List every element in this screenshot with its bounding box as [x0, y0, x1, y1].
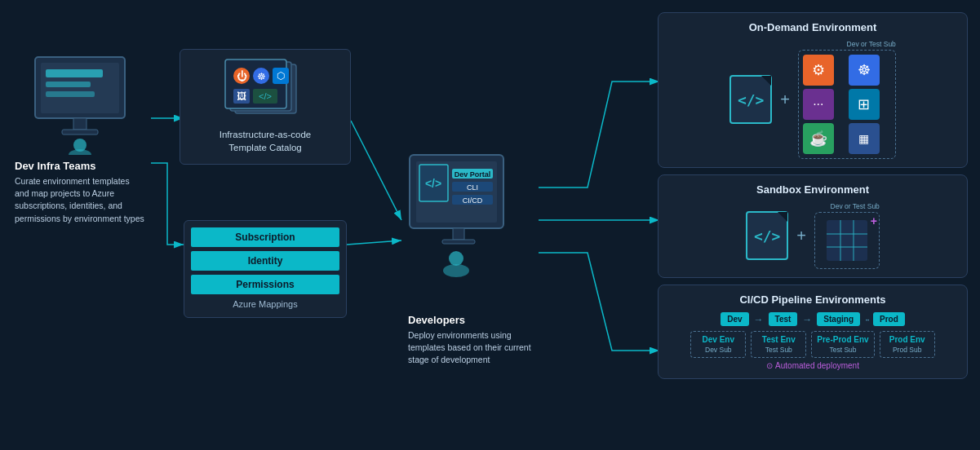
- cicd-stages: Dev → Test → Staging ··· Prod: [668, 312, 957, 326]
- svg-rect-7: [62, 130, 98, 135]
- stage-dev: Dev: [721, 312, 748, 326]
- dev-infra-description: Curate environment templates and map pro…: [15, 175, 145, 225]
- sandbox-panel: Sandbox Environment </> + Dev or Test Su…: [658, 174, 968, 278]
- on-demand-plus: +: [780, 90, 790, 109]
- stage-dotted-arrow: ···: [865, 314, 868, 325]
- svg-rect-5: [46, 91, 95, 97]
- svg-rect-4: [46, 82, 91, 87]
- svg-text:🖼: 🖼: [237, 90, 246, 102]
- cicd-title: CI/CD Pipeline Environments: [668, 293, 957, 306]
- service-icon-kubernetes: ☸: [849, 55, 880, 86]
- sandbox-code-doc: </>: [746, 211, 788, 260]
- service-icon-dots: ···: [803, 89, 834, 120]
- service-icon-network: ⊞: [849, 89, 880, 120]
- stage-test: Test: [769, 312, 798, 326]
- permissions-row: Permissions: [191, 275, 339, 294]
- svg-text:</>: </>: [259, 91, 272, 101]
- developers-description: Deploy environments using templates base…: [408, 329, 551, 367]
- on-demand-panel: On-Demand Environment </> + Dev or Test …: [658, 12, 968, 168]
- svg-text:CLI: CLI: [467, 183, 478, 192]
- azure-mappings-box: Subscription Identity Permissions Azure …: [184, 220, 347, 318]
- developer-monitor-icon: </> Dev Portal CLI CI/CD: [401, 151, 532, 281]
- env-preprod: Pre-Prod Env Test Sub: [811, 331, 874, 358]
- stage-arrow-1: →: [754, 314, 764, 325]
- stage-arrow-2: →: [802, 314, 812, 325]
- identity-row: Identity: [191, 251, 339, 271]
- on-demand-title: On-Demand Environment: [668, 21, 957, 33]
- svg-point-36: [443, 264, 469, 277]
- service-icon-db: ☕: [803, 123, 834, 154]
- infra-as-code-box: ⏻ ☸ ⬡ 🖼 </> Infrastructure-as-code Templ…: [180, 49, 351, 165]
- on-demand-code-doc: </>: [729, 75, 772, 124]
- automated-label: ⊙Automated deployment: [668, 361, 957, 370]
- infra-pages-icon: ⏻ ☸ ⬡ 🖼 </>: [212, 58, 318, 119]
- svg-text:Dev Portal: Dev Portal: [455, 170, 491, 179]
- on-demand-services: ⚙ ☸ ··· ⊞ ☕ ▦: [798, 50, 896, 159]
- dev-infra-monitor: [23, 49, 137, 155]
- dev-infra-section: Dev Infra Teams Curate environment templ…: [15, 49, 145, 225]
- svg-rect-6: [73, 118, 86, 130]
- dev-infra-title: Dev Infra Teams: [15, 160, 145, 172]
- service-icon-grid: ▦: [849, 123, 880, 154]
- svg-rect-33: [453, 228, 464, 240]
- svg-point-9: [69, 149, 91, 155]
- right-panels: On-Demand Environment </> + Dev or Test …: [658, 12, 968, 379]
- sandbox-grid-icon: [826, 219, 868, 262]
- developers-title: Developers: [408, 314, 551, 326]
- sandbox-dashed-box: +: [814, 212, 880, 269]
- sandbox-title: Sandbox Environment: [668, 183, 957, 196]
- svg-rect-34: [442, 240, 475, 244]
- env-prod: Prod Env Prod Sub: [880, 331, 935, 358]
- automated-icon: ⊙: [766, 361, 773, 370]
- stage-prod: Prod: [873, 312, 905, 326]
- svg-rect-3: [46, 69, 103, 77]
- svg-text:⏻: ⏻: [237, 70, 247, 82]
- stage-staging: Staging: [817, 312, 860, 326]
- developer-monitor: </> Dev Portal CLI CI/CD: [401, 151, 532, 285]
- svg-rect-37: [827, 220, 867, 261]
- subscription-row: Subscription: [191, 227, 339, 247]
- svg-point-35: [449, 251, 463, 266]
- diagram: Dev Infra Teams Curate environment templ…: [0, 0, 980, 450]
- on-demand-sub-label: Dev or Test Sub: [847, 40, 896, 48]
- infra-box-label: Infrastructure-as-code Template Catalog: [188, 129, 342, 154]
- cicd-envs: Dev Env Dev Sub Test Env Test Sub Pre-Pr…: [668, 331, 957, 358]
- sandbox-sub-label: Dev or Test Sub: [831, 202, 880, 210]
- sandbox-plus: +: [796, 227, 806, 245]
- svg-text:CI/CD: CI/CD: [463, 196, 483, 205]
- sandbox-purple-plus: +: [871, 214, 877, 227]
- svg-text:⬡: ⬡: [277, 70, 285, 82]
- sandbox-inner: </> + Dev or Test Sub +: [668, 202, 957, 269]
- svg-text:☸: ☸: [257, 71, 266, 82]
- env-test: Test Env Test Sub: [751, 331, 806, 358]
- developers-label: Developers Deploy environments using tem…: [408, 314, 551, 367]
- azure-mappings-label: Azure Mappings: [191, 299, 339, 309]
- on-demand-inner: </> + Dev or Test Sub ⚙ ☸ ··· ⊞ ☕ ▦: [668, 40, 957, 159]
- service-icon-settings: ⚙: [803, 55, 834, 86]
- cicd-panel: CI/CD Pipeline Environments Dev → Test →…: [658, 285, 968, 379]
- env-dev: Dev Env Dev Sub: [690, 331, 746, 358]
- dev-infra-label: Dev Infra Teams Curate environment templ…: [15, 160, 145, 225]
- svg-text:</>: </>: [425, 177, 441, 190]
